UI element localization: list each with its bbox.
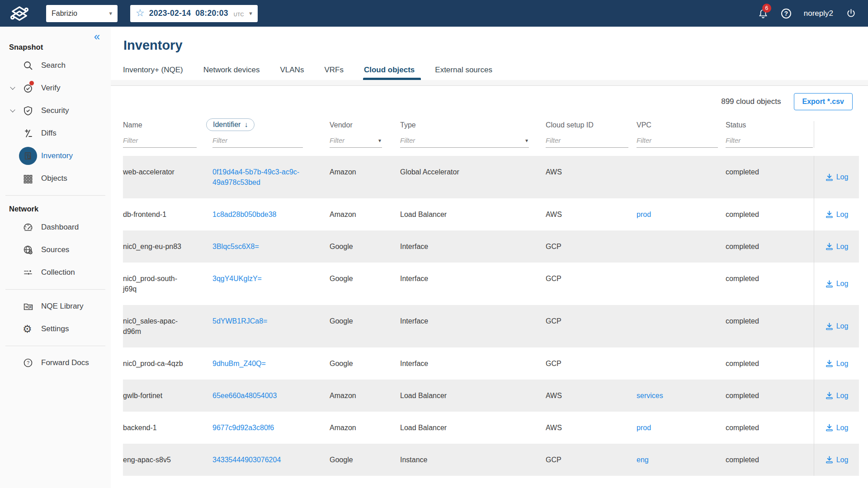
identifier-link[interactable]: 3qgY4UKglzY=	[212, 275, 262, 282]
vpc-link[interactable]: prod	[637, 211, 651, 218]
download-icon	[825, 322, 834, 331]
power-icon	[846, 8, 856, 19]
filter-input-vpc[interactable]	[637, 136, 718, 147]
sidebar-item-label: Objects	[41, 174, 67, 183]
identifier-link[interactable]: 1c8ad28b050bde38	[212, 211, 276, 218]
collapse-sidebar-button[interactable]: «	[94, 31, 100, 42]
column-header-name[interactable]: Name	[123, 121, 212, 136]
cell-cloud-setup-id: AWS	[546, 156, 637, 198]
identifier-link[interactable]: 65ee660a48054003	[212, 392, 277, 399]
download-log-button[interactable]: Log	[825, 173, 849, 182]
page-title: Inventory	[123, 38, 868, 53]
identifier-link[interactable]: 0f19d4a4-5b7b-49c3-ac9c-49a978c53bed	[212, 168, 299, 186]
column-header-vendor[interactable]: Vendor	[330, 121, 400, 136]
download-log-button[interactable]: Log	[825, 455, 849, 464]
download-log-button[interactable]: Log	[825, 359, 849, 368]
download-log-button[interactable]: Log	[825, 242, 849, 251]
sidebar-item-dashboard[interactable]: Dashboard	[0, 216, 111, 239]
export-csv-button[interactable]: Export *.csv	[794, 93, 853, 110]
sidebar-item-objects[interactable]: Objects	[0, 167, 111, 190]
filter-select-type[interactable]	[400, 136, 525, 147]
filter-input-status[interactable]	[726, 136, 813, 147]
column-header-identifier-sort[interactable]: Identifier ↓	[206, 118, 255, 131]
chevron-down-icon[interactable]	[11, 87, 23, 89]
sidebar-item-nqe-library[interactable]: NQE NQE Library	[0, 295, 111, 318]
filter-input-name[interactable]	[123, 136, 197, 147]
column-header-vpc[interactable]: VPC	[637, 121, 726, 136]
identifier-link[interactable]: 9677c9d92a3c80f6	[212, 424, 274, 432]
sidebar-item-label: Security	[41, 106, 69, 115]
download-icon	[825, 423, 834, 432]
cell-status: completed	[726, 380, 814, 412]
download-log-button[interactable]: Log	[825, 210, 849, 219]
sidebar-item-inventory[interactable]: Inventory	[0, 145, 111, 167]
column-header-status[interactable]: Status	[726, 121, 814, 136]
cell-name: web-accelerator	[123, 156, 212, 198]
shield-icon	[23, 105, 41, 116]
snapshot-date: 2023-02-14	[149, 9, 191, 18]
download-icon	[825, 173, 834, 182]
table-row: gwlb-fortinet 65ee660a48054003 Amazon Lo…	[123, 380, 859, 412]
network-selector[interactable]: Fabrizio ▾	[46, 5, 118, 22]
chevron-down-icon[interactable]: ▾	[378, 137, 382, 147]
tab-external-sources[interactable]: External sources	[435, 66, 494, 80]
notifications-button[interactable]: 6	[758, 8, 769, 19]
download-log-button[interactable]: Log	[825, 322, 849, 331]
cell-name: nic0_prod-south-j69q	[123, 263, 212, 305]
cell-name: eng-apac-s8v5	[123, 444, 212, 476]
identifier-link[interactable]: 5dYWB1RJCa8=	[212, 317, 267, 325]
grid-icon	[23, 173, 41, 184]
cell-status: completed	[726, 305, 814, 347]
logout-button[interactable]	[846, 8, 856, 19]
help-button[interactable]: ?	[781, 9, 791, 19]
identifier-link[interactable]: 9dhuBm_Z40Q=	[212, 360, 266, 367]
cell-cloud-setup-id: GCP	[546, 305, 637, 347]
sidebar-item-label: Search	[41, 61, 66, 70]
filter-input-identifier[interactable]	[212, 136, 303, 147]
sidebar-item-diffs[interactable]: Diffs	[0, 122, 111, 145]
tab-network-devices[interactable]: Network devices	[203, 66, 262, 80]
cell-type: Interface	[400, 347, 546, 380]
filter-input-cloud-setup-id[interactable]	[546, 136, 628, 147]
sidebar-item-collection[interactable]: Collection	[0, 261, 111, 284]
column-header-type[interactable]: Type	[400, 121, 546, 136]
chevron-down-icon[interactable]: ▾	[525, 137, 529, 147]
tab-cloud-objects[interactable]: Cloud objects	[364, 66, 416, 80]
table-row: db-frontend-1 1c8ad28b050bde38 Amazon Lo…	[123, 198, 859, 230]
filter-select-vendor[interactable]	[330, 136, 378, 147]
snapshot-time: 08:20:03	[195, 9, 228, 18]
sidebar-item-sources[interactable]: Sources	[0, 239, 111, 261]
vpc-link[interactable]: prod	[637, 424, 651, 432]
cell-status: completed	[726, 198, 814, 230]
tab-inventory-nqe[interactable]: Inventory+ (NQE)	[123, 66, 185, 80]
download-log-button[interactable]: Log	[825, 423, 849, 432]
download-log-button[interactable]: Log	[825, 280, 849, 288]
snapshot-picker[interactable]: ☆ 2023-02-14 08:20:03 UTC ▾	[130, 5, 258, 22]
sidebar-item-forward-docs[interactable]: ? Forward Docs	[0, 352, 111, 374]
sidebar-item-settings[interactable]: ⚙ Settings	[0, 318, 111, 340]
gear-icon: ⚙	[23, 324, 41, 334]
cell-vendor: Amazon	[330, 412, 400, 444]
chevron-down-icon[interactable]	[11, 110, 23, 112]
identifier-link[interactable]: 3Blqc5sc6X8=	[212, 243, 259, 250]
identifier-link[interactable]: 34335444903076204	[212, 456, 281, 464]
tab-vlans[interactable]: VLANs	[280, 66, 306, 80]
sidebar-item-verify[interactable]: Verify	[0, 77, 111, 99]
cell-vendor: Google	[330, 230, 400, 263]
star-icon[interactable]: ☆	[136, 8, 145, 18]
download-icon	[825, 242, 834, 251]
column-header-cloud-setup-id[interactable]: Cloud setup ID	[546, 121, 637, 136]
vpc-link[interactable]: eng	[637, 456, 649, 464]
download-icon	[825, 391, 834, 400]
sidebar-item-security[interactable]: Security	[0, 99, 111, 122]
sidebar-item-label: Diffs	[41, 129, 57, 138]
question-circle-icon: ?	[23, 357, 41, 368]
username[interactable]: noreply2	[804, 9, 833, 18]
cell-type: Load Balancer	[400, 198, 546, 230]
download-log-button[interactable]: Log	[825, 391, 849, 400]
vpc-link[interactable]: services	[637, 392, 663, 399]
sidebar-item-search[interactable]: Search	[0, 54, 111, 77]
tab-vrfs[interactable]: VRFs	[324, 66, 345, 80]
sidebar-section-title: Snapshot	[9, 43, 111, 52]
download-icon	[825, 280, 834, 288]
